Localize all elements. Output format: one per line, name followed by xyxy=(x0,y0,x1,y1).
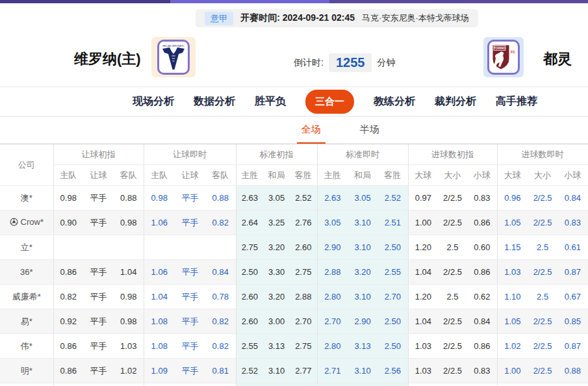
odds-cell[interactable]: 2.71 xyxy=(317,359,348,383)
odds-cell[interactable]: 0.97 xyxy=(144,383,175,386)
odds-cell[interactable]: 平手 xyxy=(175,359,205,383)
odds-cell[interactable]: 0.78 xyxy=(205,285,236,309)
odds-cell[interactable]: 0.61 xyxy=(557,235,588,260)
odds-cell[interactable]: 平手 xyxy=(175,383,205,386)
odds-cell[interactable]: 0.63 xyxy=(557,383,588,386)
odds-cell[interactable]: 0.87 xyxy=(557,334,588,359)
odds-cell[interactable]: 0.82 xyxy=(205,309,236,334)
company-cell[interactable]: Interwet* xyxy=(0,383,53,386)
odds-cell[interactable]: 2.55 xyxy=(377,260,408,285)
odds-cell[interactable]: 3.05 xyxy=(317,211,348,235)
odds-cell[interactable]: 平手 xyxy=(175,309,205,334)
odds-cell[interactable]: 3.15 xyxy=(348,383,377,386)
odds-cell[interactable]: 平手 xyxy=(175,285,205,309)
nav-tab-three-in-one[interactable]: 三合一 xyxy=(305,90,354,114)
odds-cell[interactable]: 3.20 xyxy=(348,260,377,285)
odds-cell[interactable]: 0.88 xyxy=(557,359,588,383)
odds-cell[interactable]: 1.15 xyxy=(497,235,528,260)
odds-cell[interactable]: 3.10 xyxy=(348,359,377,383)
company-cell[interactable]: 36* xyxy=(0,260,53,285)
odds-cell[interactable]: 2.5 xyxy=(528,383,557,386)
odds-cell[interactable] xyxy=(144,235,175,260)
odds-cell[interactable]: 1.05 xyxy=(497,211,528,235)
odds-cell[interactable] xyxy=(205,235,236,260)
odds-cell[interactable]: 1.08 xyxy=(144,309,175,334)
odds-cell[interactable]: 0.75 xyxy=(205,383,236,386)
odds-cell[interactable]: 2.70 xyxy=(377,285,408,309)
odds-cell[interactable]: 2/2.5 xyxy=(528,186,557,211)
odds-cell[interactable]: 1.04 xyxy=(144,285,175,309)
company-cell[interactable]: Crow* xyxy=(0,211,53,235)
odds-cell[interactable]: 1.06 xyxy=(144,211,175,235)
odds-cell[interactable]: 0.84 xyxy=(557,186,588,211)
odds-cell[interactable]: 2.90 xyxy=(317,235,348,260)
company-cell[interactable]: 澳* xyxy=(0,186,53,211)
odds-cell[interactable]: 2.80 xyxy=(317,285,348,309)
company-cell[interactable]: 易* xyxy=(0,309,53,334)
odds-cell[interactable]: 2.63 xyxy=(317,186,348,211)
odds-cell[interactable]: 平手 xyxy=(175,186,205,211)
odds-cell[interactable]: 2.51 xyxy=(377,211,408,235)
subtab-half-match[interactable]: 半场 xyxy=(355,117,384,144)
company-cell[interactable]: 明* xyxy=(0,359,53,383)
company-cell[interactable]: 立* xyxy=(0,235,53,260)
nav-tab-expert-picks[interactable]: 高手推荐 xyxy=(496,95,537,109)
odds-cell[interactable]: 0.82 xyxy=(205,211,236,235)
odds-cell[interactable]: 2.5 xyxy=(528,235,557,260)
nav-tab-live-analysis[interactable]: 现场分析 xyxy=(133,95,174,109)
subtab-full-match[interactable]: 全场 xyxy=(297,117,326,144)
odds-cell[interactable]: 2.80 xyxy=(317,334,348,359)
odds-cell[interactable]: 1.08 xyxy=(144,334,175,359)
nav-tab-data-analysis[interactable]: 数据分析 xyxy=(194,95,235,109)
odds-cell[interactable]: 1.00 xyxy=(497,359,528,383)
nav-tab-referee-analysis[interactable]: 裁判分析 xyxy=(435,95,476,109)
odds-cell[interactable]: 0.87 xyxy=(557,260,588,285)
nav-tab-coach-analysis[interactable]: 教练分析 xyxy=(374,95,415,109)
odds-cell[interactable]: 0.98 xyxy=(144,186,175,211)
odds-cell[interactable]: 2/2.5 xyxy=(528,334,557,359)
odds-cell[interactable]: 2.70 xyxy=(317,309,348,334)
odds-cell[interactable]: 1.02 xyxy=(497,334,528,359)
odds-cell[interactable]: 1.05 xyxy=(497,309,528,334)
odds-cell[interactable]: 2.90 xyxy=(348,309,377,334)
odds-cell[interactable]: 0.67 xyxy=(557,285,588,309)
odds-cell[interactable]: 2.50 xyxy=(377,334,408,359)
odds-cell[interactable]: 0.84 xyxy=(205,260,236,285)
odds-cell[interactable]: 1.10 xyxy=(497,285,528,309)
odds-cell[interactable]: 平手 xyxy=(175,334,205,359)
odds-cell[interactable]: 0.96 xyxy=(497,186,528,211)
odds-cell[interactable]: 1.03 xyxy=(497,260,528,285)
odds-cell[interactable]: 0.82 xyxy=(205,334,236,359)
odds-cell[interactable]: 平手 xyxy=(175,211,205,235)
odds-cell[interactable]: 2.88 xyxy=(317,260,348,285)
odds-cell[interactable]: 2.50 xyxy=(377,235,408,260)
odds-cell[interactable]: 1.06 xyxy=(144,260,175,285)
odds-cell[interactable]: 3.13 xyxy=(348,334,377,359)
odds-cell[interactable]: 3.10 xyxy=(348,285,377,309)
odds-cell[interactable]: 2/2.5 xyxy=(528,211,557,235)
odds-cell[interactable]: 2/2.5 xyxy=(528,309,557,334)
company-cell[interactable]: 威廉希* xyxy=(0,285,53,309)
odds-cell[interactable]: 3.10 xyxy=(348,235,377,260)
odds-cell[interactable]: 0.88 xyxy=(205,186,236,211)
odds-cell[interactable]: 0.83 xyxy=(557,211,588,235)
odds-cell[interactable]: 2/2.5 xyxy=(528,260,557,285)
odds-cell[interactable]: 0.85 xyxy=(557,309,588,334)
odds-cell[interactable]: 1.09 xyxy=(144,359,175,383)
odds-cell[interactable]: 2.55 xyxy=(377,383,408,386)
company-cell[interactable]: 伟* xyxy=(0,334,53,359)
odds-cell[interactable]: 2.56 xyxy=(377,359,408,383)
odds-cell[interactable]: 平手 xyxy=(175,260,205,285)
odds-cell[interactable]: 3.05 xyxy=(348,186,377,211)
odds-cell[interactable]: 3.10 xyxy=(348,211,377,235)
odds-cell: 平手 xyxy=(83,309,114,334)
odds-cell[interactable]: 2.50 xyxy=(377,309,408,334)
odds-cell[interactable]: 1.25 xyxy=(497,383,528,386)
odds-cell[interactable]: 2.90 xyxy=(317,383,348,386)
odds-cell[interactable]: 0.81 xyxy=(205,359,236,383)
odds-cell[interactable]: 2.5 xyxy=(528,285,557,309)
odds-cell[interactable] xyxy=(175,235,205,260)
odds-cell[interactable]: 2.52 xyxy=(377,186,408,211)
odds-cell[interactable]: 2/2.5 xyxy=(528,359,557,383)
nav-tab-win-draw-loss[interactable]: 胜平负 xyxy=(255,95,286,109)
